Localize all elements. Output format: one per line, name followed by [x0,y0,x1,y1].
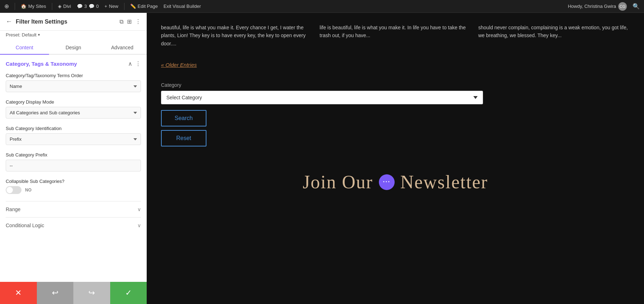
display-mode-select[interactable]: All Categories and Sub categories Top Le… [6,107,141,119]
howdy-label: Howdy, Christina Gwira [568,4,616,9]
conditional-logic-chevron-icon: ∨ [137,223,141,228]
toggle-row: NO [6,186,141,194]
plus-icon: + [104,4,107,9]
exit-vb-label: Exit Visual Builder [164,4,201,9]
range-title: Range [6,206,20,212]
range-section[interactable]: Range ∨ [6,201,141,217]
older-entries-link[interactable]: « Older Entries [147,62,644,79]
right-content: beautiful, life is what you make it. Eve… [147,13,644,304]
home-icon: 🏠 [21,4,26,9]
collapsible-sub-cat-group: Collapsible Sub Categories? NO [6,179,141,194]
post-3-text: should never complain, complaining is a … [478,25,628,38]
newsletter-section: Join Our Newsletter [147,157,644,304]
filter-buttons: Search Reset [161,110,206,146]
newsletter-title-part1: Join Our [303,171,373,193]
section-controls: ∧ ⋮ [128,60,141,67]
pencil-icon: ✏️ [130,4,136,9]
left-panel: ← Filter Item Settings ⧉ ⊞ ⋮ Preset: Def… [0,13,147,304]
tab-design[interactable]: Design [49,41,98,55]
exit-visual-builder-btn[interactable]: Exit Visual Builder [164,4,201,9]
divi-label: Divi [63,4,71,9]
terms-order-select[interactable]: Name Slug Count [6,80,141,92]
conditional-logic-section[interactable]: Conditional Logic ∨ [6,217,141,233]
panel-icon-copy[interactable]: ⧉ [119,19,123,25]
undo-button[interactable]: ↩ [37,282,74,304]
conditional-logic-title: Conditional Logic [6,223,44,228]
divi-icon: ◈ [58,4,62,9]
my-sites-menu[interactable]: 🏠 My Sites [21,4,46,9]
collapsible-toggle[interactable] [6,186,21,194]
collapsible-sub-cat-label: Collapsible Sub Categories? [6,179,141,184]
posts-grid: beautiful, life is what you make it. Eve… [147,13,644,62]
divider [15,3,15,10]
chat-bubble-wrapper [379,174,395,190]
comment-bubble-icon: 💬 [89,4,94,9]
panel-icon-columns[interactable]: ⊞ [127,18,132,25]
comments-menu[interactable]: 💬 3 💬 0 [77,4,99,9]
bottom-bar: ✕ ↩ ↪ ✓ [0,282,147,304]
sub-cat-prefix-input[interactable] [6,160,141,171]
comment-count-label: 0 [96,4,99,9]
chevron-down-icon: ▾ [38,33,40,37]
newsletter-row: Join Our Newsletter [161,171,630,193]
sub-cat-prefix-group: Sub Category Prefix [6,152,141,171]
cancel-button[interactable]: ✕ [0,282,37,304]
panel-content: Category, Tags & Taxonomy ∧ ⋮ Category/T… [0,55,147,282]
older-entries-label: « Older Entries [161,62,197,68]
post-2-text: life is beautiful, life is what you make… [319,25,466,38]
section-header: Category, Tags & Taxonomy ∧ ⋮ [6,60,141,67]
category-select[interactable]: Select Category [161,91,483,104]
category-filter: Category Select Category Search Reset [147,79,644,157]
display-mode-label: Category Display Mode [6,99,141,105]
comments-count: 3 [84,4,87,9]
confirm-button[interactable]: ✓ [110,282,147,304]
preset-bar[interactable]: Preset: Default ▾ [0,31,147,41]
sub-cat-prefix-label: Sub Category Prefix [6,152,141,158]
edit-page-btn[interactable]: ✏️ Edit Page [130,4,158,9]
preset-label: Preset: Default [6,32,36,38]
search-icon[interactable]: 🔍 [633,3,640,10]
new-label: New [109,4,118,9]
post-3: should never complain, complaining is a … [475,20,633,51]
panel-header-icons: ⧉ ⊞ ⋮ [119,18,141,25]
tab-advanced[interactable]: Advanced [98,41,147,55]
display-mode-group: Category Display Mode All Categories and… [6,99,141,119]
new-menu[interactable]: + New [104,4,118,9]
wp-logo[interactable]: ⊕ [4,3,9,10]
chat-bubble[interactable] [379,174,395,190]
newsletter-title-part2: Newsletter [400,171,488,193]
main-layout: ← Filter Item Settings ⧉ ⊞ ⋮ Preset: Def… [0,13,644,304]
panel-icon-more[interactable]: ⋮ [135,18,141,25]
my-sites-label: My Sites [28,4,46,9]
range-chevron-icon: ∨ [137,206,141,212]
sub-cat-id-label: Sub Category Identification [6,126,141,131]
toggle-state-label: NO [25,188,31,193]
tab-content[interactable]: Content [0,41,49,55]
comments-icon: 💬 [77,4,83,9]
reset-button[interactable]: Reset [161,130,206,146]
back-button[interactable]: ← [6,18,12,25]
wordpress-icon: ⊕ [4,3,9,10]
category-filter-label: Category [161,82,630,88]
divider2 [52,3,52,10]
redo-button[interactable]: ↪ [73,282,110,304]
panel-header: ← Filter Item Settings ⧉ ⊞ ⋮ [0,13,147,31]
post-1-text: beautiful, life is what you make it. Eve… [161,25,306,46]
section-more-icon[interactable]: ⋮ [135,60,141,67]
avatar: CG [618,2,627,11]
divi-menu[interactable]: ◈ Divi [58,4,71,9]
panel-title: Filter Item Settings [16,19,116,25]
terms-order-group: Category/Tag/Taxonomy Terms Order Name S… [6,73,141,92]
terms-order-label: Category/Tag/Taxonomy Terms Order [6,73,141,78]
section-title: Category, Tags & Taxonomy [6,61,77,67]
edit-page-label: Edit Page [138,4,158,9]
wp-admin-bar: ⊕ 🏠 My Sites ◈ Divi 💬 3 💬 0 + New ✏️ Edi… [0,0,644,13]
howdy-user: Howdy, Christina Gwira CG [568,2,627,11]
sub-cat-id-group: Sub Category Identification Prefix Inden… [6,126,141,145]
collapse-icon[interactable]: ∧ [128,60,132,67]
divider3 [124,3,125,10]
panel-tabs: Content Design Advanced [0,41,147,55]
post-1: beautiful, life is what you make it. Eve… [157,20,316,51]
sub-cat-id-select[interactable]: Prefix Indent None [6,133,141,145]
search-button[interactable]: Search [161,110,206,126]
